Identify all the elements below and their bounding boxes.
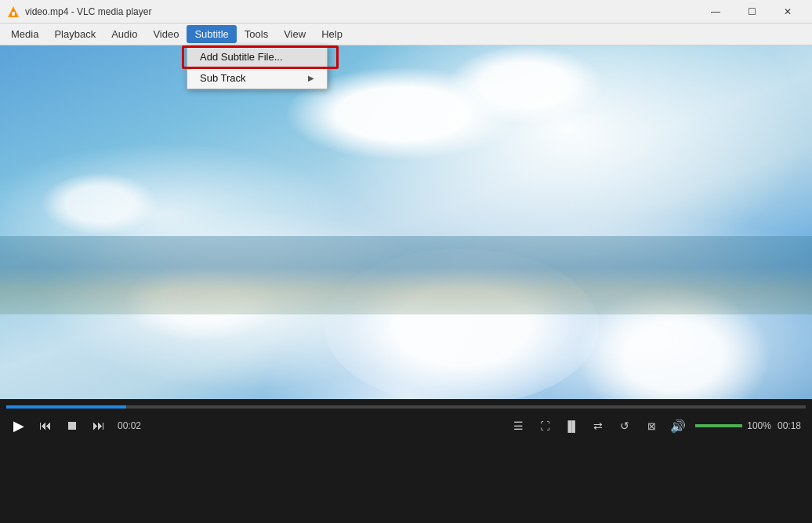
- time-current: 00:02: [113, 420, 146, 431]
- svg-rect-2: [12, 12, 15, 16]
- menu-playback[interactable]: Playback: [46, 25, 103, 43]
- speaker-button[interactable]: 🔊: [665, 413, 691, 438]
- cloud-5: [41, 173, 158, 235]
- menu-video[interactable]: Video: [145, 25, 187, 43]
- controls-area: ▶ ⏮ ⏹ ⏭ 00:02 ☰ ⛶ ▐▌ ⇄ ↺ ⊠ 🔊 100%: [0, 399, 812, 469]
- play-button[interactable]: ▶: [6, 413, 31, 438]
- sub-track-label: Sub Track: [200, 72, 246, 84]
- app-icon: [6, 5, 20, 19]
- menu-subtitle[interactable]: Subtitle: [187, 25, 236, 43]
- progress-filled: [6, 405, 126, 409]
- progress-bar[interactable]: [6, 405, 806, 409]
- menu-audio[interactable]: Audio: [103, 25, 145, 43]
- close-button[interactable]: ✕: [770, 0, 806, 24]
- volume-filled: [695, 424, 742, 427]
- menu-view[interactable]: View: [276, 25, 314, 43]
- next-button[interactable]: ⏭: [86, 413, 111, 438]
- video-area[interactable]: ▶ ⏮ ⏹ ⏭ 00:02 ☰ ⛶ ▐▌ ⇄ ↺ ⊠ 🔊 100%: [0, 45, 812, 469]
- volume-label: 100%: [747, 420, 771, 431]
- minimize-button[interactable]: —: [698, 0, 734, 24]
- menu-tools[interactable]: Tools: [237, 25, 276, 43]
- fullscreen-button[interactable]: ⛶: [532, 413, 557, 438]
- prev-button[interactable]: ⏮: [33, 413, 58, 438]
- controls-row: ▶ ⏮ ⏹ ⏭ 00:02 ☰ ⛶ ▐▌ ⇄ ↺ ⊠ 🔊 100%: [0, 409, 812, 443]
- menu-media[interactable]: Media: [3, 25, 46, 43]
- stop-button[interactable]: ⏹: [60, 413, 85, 438]
- add-subtitle-file-item[interactable]: Add Subtitle File...: [187, 46, 327, 67]
- add-subtitle-label: Add Subtitle File...: [200, 51, 283, 63]
- maximize-button[interactable]: ☐: [734, 0, 770, 24]
- window-controls: — ☐ ✕: [698, 0, 806, 24]
- menu-bar: Media Playback Audio Video Subtitle Tool…: [0, 24, 812, 45]
- land-strip: [0, 236, 812, 314]
- volume-bar[interactable]: [695, 424, 742, 427]
- window-title: video.mp4 - VLC media player: [25, 6, 698, 17]
- extended-button[interactable]: ▐▌: [559, 413, 584, 438]
- title-bar: video.mp4 - VLC media player — ☐ ✕: [0, 0, 812, 24]
- menu-help[interactable]: Help: [314, 25, 350, 43]
- time-total: 00:18: [773, 420, 806, 431]
- submenu-arrow: ▶: [308, 74, 314, 82]
- subtitle-dropdown: Add Subtitle File... Sub Track ▶: [187, 45, 328, 89]
- sub-track-item[interactable]: Sub Track ▶: [187, 67, 327, 89]
- toggle-playlist-button[interactable]: ☰: [506, 413, 531, 438]
- cloud-2: [447, 45, 604, 124]
- repeat-button[interactable]: ↺: [612, 413, 637, 438]
- shuffle-button[interactable]: ⇄: [585, 413, 611, 438]
- frame-step-button[interactable]: ⊠: [639, 413, 664, 438]
